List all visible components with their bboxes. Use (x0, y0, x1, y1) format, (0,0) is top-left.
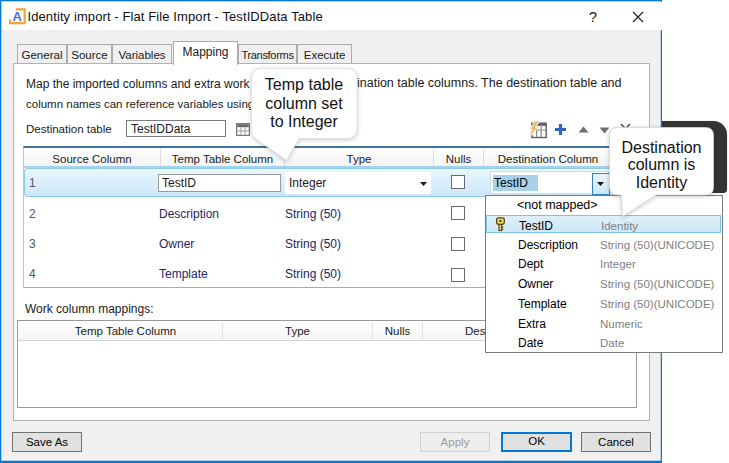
svg-text:A: A (13, 9, 23, 24)
